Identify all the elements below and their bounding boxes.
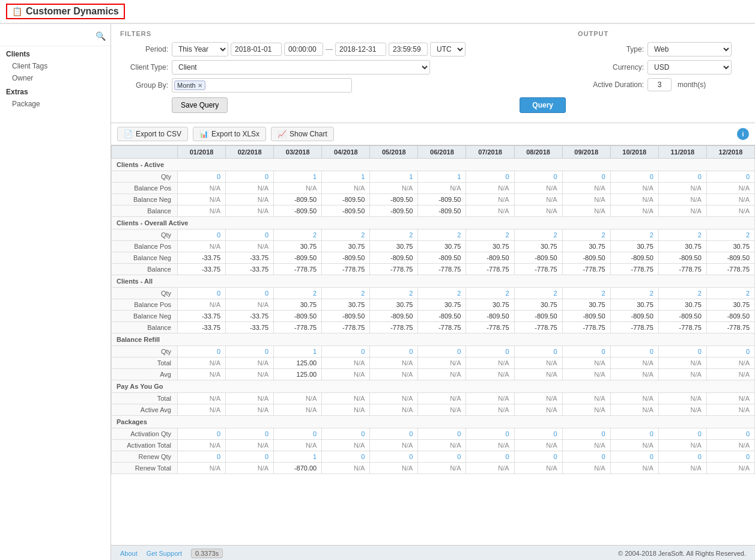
table-cell: N/A [274,393,322,404]
table-cell: N/A [514,183,562,194]
date-to-input[interactable] [335,43,386,56]
table-cell: 30.75 [418,241,466,252]
table-cell: -778.75 [418,264,466,275]
group-by-input[interactable]: Month ✕ [172,78,352,93]
table-cell: N/A [562,440,610,451]
table-cell: 0 [178,288,226,299]
table-cell: 2 [706,288,754,299]
table-cell: 0 [706,346,754,358]
table-cell: 0 [466,428,514,440]
table-cell: -778.75 [562,264,610,275]
export-csv-button[interactable]: 📄 Export to CSV [117,127,188,141]
table-cell: -809.50 [370,311,418,322]
table-row: Qty001000000000 [112,346,755,358]
timezone-select[interactable]: UTC [430,42,465,56]
table-cell: N/A [274,440,322,451]
table-cell: 0 [322,346,370,358]
table-cell: -33.75 [226,311,274,322]
output-currency-select[interactable]: USD EUR [647,60,732,75]
timing-badge: 0.3373s [191,549,223,558]
info-icon[interactable]: i [737,128,749,140]
save-query-button[interactable]: Save Query [172,97,228,113]
table-cell: N/A [466,183,514,194]
table-cell: -33.75 [178,311,226,322]
table-row: Activation TotalN/AN/AN/AN/AN/AN/AN/AN/A… [112,440,755,451]
row-label: Balance Neg [112,194,178,205]
table-cell: 30.75 [322,241,370,252]
table-cell: -809.50 [466,252,514,264]
table-row: Balance-33.75-33.75-778.75-778.75-778.75… [112,322,755,333]
table-cell: N/A [178,194,226,205]
period-label: Period: [120,45,168,53]
sidebar-item-package[interactable]: Package [0,98,111,110]
time-to-input[interactable] [389,43,428,56]
table-cell: N/A [178,393,226,404]
table-cell: 0 [370,451,418,463]
table-cell: 125.00 [274,369,322,380]
table-cell: -778.75 [610,322,658,333]
table-cell: 0 [226,288,274,299]
table-cell: 2 [562,288,610,299]
row-label: Qty [112,288,178,299]
table-cell: N/A [514,393,562,404]
table-cell: N/A [418,183,466,194]
table-cell: N/A [322,463,370,474]
col-header-10: 10/2018 [610,146,658,159]
table-cell: 2 [562,230,610,241]
sidebar-item-client-tags[interactable]: Client Tags [0,60,111,72]
table-cell: -809.50 [274,311,322,322]
group-by-remove[interactable]: ✕ [198,82,202,89]
output-type-select[interactable]: Web CSV [647,42,732,56]
output-currency-label: Currency: [578,63,644,72]
support-link[interactable]: Get Support [147,550,182,557]
show-chart-button[interactable]: 📈 Show Chart [271,127,334,141]
table-cell: N/A [658,440,706,451]
table-cell: N/A [226,299,274,311]
table-cell: 2 [706,230,754,241]
table-cell: 30.75 [322,299,370,311]
table-cell: -809.50 [706,252,754,264]
query-button[interactable]: Query [520,97,566,113]
table-cell: 1 [322,171,370,183]
period-inputs: This Year Last Year This Month Custom — … [172,42,465,56]
sidebar-item-owner[interactable]: Owner [0,72,111,84]
table-row: Balance-33.75-33.75-778.75-778.75-778.75… [112,264,755,275]
app-title-text: Customer Dynamics [26,6,119,17]
col-header-label [112,146,178,159]
table-cell: 0 [610,346,658,358]
export-xlsx-button[interactable]: 📊 Export to XLSx [193,127,266,141]
client-type-row: Client Type: Client All [120,60,566,75]
table-cell: 0 [514,346,562,358]
date-from-input[interactable] [231,43,282,56]
table-cell: 0 [562,451,610,463]
table-cell: -809.50 [466,311,514,322]
table-cell: N/A [466,404,514,416]
table-cell: N/A [226,369,274,380]
table-cell: 0 [706,451,754,463]
search-icon[interactable]: 🔍 [96,31,106,41]
table-cell: 0 [562,346,610,358]
table-row: Balance PosN/AN/A30.7530.7530.7530.7530.… [112,241,755,252]
table-cell: -809.50 [322,205,370,217]
table-cell: N/A [706,393,754,404]
table-cell: N/A [226,241,274,252]
table-cell: -870.00 [274,463,322,474]
table-cell: N/A [370,369,418,380]
about-link[interactable]: About [120,550,138,557]
time-from-input[interactable] [284,43,323,56]
table-cell: N/A [418,440,466,451]
table-cell: N/A [418,358,466,369]
table-cell: 30.75 [274,299,322,311]
client-type-label: Client Type: [120,63,168,72]
period-select[interactable]: This Year Last Year This Month Custom [172,42,228,56]
table-row: Qty002222222222 [112,230,755,241]
table-cell: N/A [226,358,274,369]
table-cell: -778.75 [562,322,610,333]
table-cell: N/A [514,369,562,380]
client-type-select[interactable]: Client All [172,60,430,75]
table-cell: 0 [178,428,226,440]
data-table-wrap: 01/2018 02/2018 03/2018 04/2018 05/2018 … [111,145,755,545]
app-title: 📋 Customer Dynamics [6,4,125,19]
active-duration-input[interactable] [647,78,672,91]
main-layout: 🔍 Clients Client Tags Owner Extras Packa… [0,24,755,560]
